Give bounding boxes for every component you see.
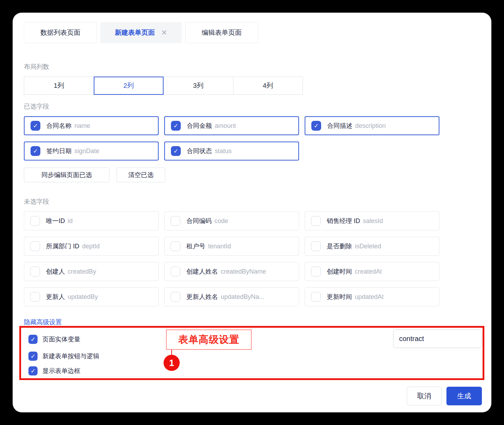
checkbox-checked-icon[interactable]: ✓ — [28, 335, 38, 344]
annotation-callout-label: 表单高级设置 — [166, 329, 252, 350]
unselected-field-createdBy[interactable]: 创建人 createdBy — [24, 262, 159, 281]
advanced-option-new-form-button-logic[interactable]: ✓ 新建表单按钮与逻辑 — [28, 352, 483, 361]
tab-edit-form-page[interactable]: 编辑表单页面 — [185, 22, 258, 43]
tab-new-form-page[interactable]: 新建表单页面 ✕ — [100, 22, 182, 43]
field-code: amount — [215, 122, 236, 130]
unselected-field-tenantId[interactable]: 租户号 tenantId — [164, 237, 299, 256]
cancel-button[interactable]: 取消 — [407, 387, 442, 405]
field-code: salesId — [363, 217, 383, 225]
layout-option-3col[interactable]: 3列 — [163, 77, 233, 95]
selected-actions: 同步编辑页面已选 清空已选 — [24, 168, 480, 182]
selected-fields-grid: ✓ 合同名称 name ✓ 合同金额 amount ✓ 合同描述 descrip… — [24, 116, 480, 161]
form-generator-dialog: 数据列表页面 新建表单页面 ✕ 编辑表单页面 布局列数 1列 2列 3列 4列 … — [13, 13, 491, 412]
field-label: 创建时间 — [327, 267, 352, 276]
checkbox-unchecked-icon[interactable] — [30, 216, 40, 226]
field-code: id — [68, 217, 73, 225]
checkbox-checked-icon[interactable]: ✓ — [28, 352, 38, 361]
field-code: updatedAt — [355, 293, 384, 301]
checkbox-unchecked-icon[interactable] — [311, 216, 321, 226]
field-label: 更新人姓名 — [186, 293, 218, 301]
sync-edit-page-button[interactable]: 同步编辑页面已选 — [24, 168, 110, 182]
generate-button[interactable]: 生成 — [446, 387, 482, 405]
checkbox-unchecked-icon[interactable] — [171, 241, 180, 251]
check-icon: ✓ — [33, 148, 38, 154]
unselected-field-isDeleted[interactable]: 是否删除 isDeleted — [305, 237, 439, 256]
tab-label: 新建表单页面 — [115, 28, 155, 37]
selected-field-status[interactable]: ✓ 合同状态 status — [164, 142, 299, 161]
unselected-field-updatedByName[interactable]: 更新人姓名 updatedByNa... — [164, 287, 299, 306]
checkbox-unchecked-icon[interactable] — [171, 292, 180, 302]
unselected-fields-grid: 唯一ID id 合同编码 code 销售经理 ID salesId 所属部门 I… — [24, 211, 480, 306]
check-icon: ✓ — [31, 336, 35, 342]
annotation-step-badge: 1 — [164, 355, 180, 371]
field-label: 创建人 — [46, 267, 65, 276]
field-label: 创建人姓名 — [186, 267, 218, 276]
checkbox-unchecked-icon[interactable] — [171, 267, 180, 276]
tab-data-list-page[interactable]: 数据列表页面 — [24, 22, 97, 43]
entity-variable-input[interactable] — [393, 329, 482, 348]
unselected-field-updatedAt[interactable]: 更新时间 updatedAt — [305, 287, 439, 306]
field-label: 是否删除 — [327, 242, 352, 250]
checkbox-checked-icon[interactable]: ✓ — [31, 121, 40, 131]
field-code: updatedByNa... — [221, 293, 264, 301]
selected-field-signDate[interactable]: ✓ 签约日期 signDate — [24, 142, 159, 161]
checkbox-checked-icon[interactable]: ✓ — [28, 366, 38, 375]
checkbox-unchecked-icon[interactable] — [311, 241, 321, 251]
unselected-field-createdAt[interactable]: 创建时间 createdAt — [305, 262, 439, 281]
field-label: 合同名称 — [46, 122, 72, 130]
advanced-option-show-form-border[interactable]: ✓ 显示表单边框 — [28, 366, 483, 375]
check-icon: ✓ — [173, 123, 178, 129]
field-code: description — [355, 122, 386, 130]
layout-option-2col[interactable]: 2列 — [94, 77, 164, 95]
checkbox-unchecked-icon[interactable] — [311, 267, 321, 276]
field-code: updatedBy — [68, 293, 98, 301]
field-label: 合同编码 — [186, 217, 212, 225]
tab-bar: 数据列表页面 新建表单页面 ✕ 编辑表单页面 — [24, 22, 480, 43]
check-icon: ✓ — [31, 368, 35, 374]
option-label: 显示表单边框 — [42, 367, 80, 375]
field-label: 签约日期 — [46, 147, 72, 155]
field-code: status — [215, 148, 232, 155]
unselected-field-salesId[interactable]: 销售经理 ID salesId — [305, 211, 439, 230]
checkbox-unchecked-icon[interactable] — [311, 292, 321, 302]
checkbox-checked-icon[interactable]: ✓ — [171, 146, 181, 156]
checkbox-checked-icon[interactable]: ✓ — [171, 121, 181, 131]
unselected-field-code[interactable]: 合同编码 code — [164, 211, 299, 230]
advanced-settings-section-red-annotation-frame: ✓ 页面实体变量 ✓ 新建表单按钮与逻辑 ✓ 显示表单边框 表单高级设置 1 — [19, 326, 484, 380]
field-label: 销售经理 ID — [327, 217, 360, 225]
clear-selected-button[interactable]: 清空已选 — [117, 168, 165, 182]
layout-option-1col[interactable]: 1列 — [24, 77, 94, 95]
option-label: 新建表单按钮与逻辑 — [42, 352, 99, 360]
field-code: createdBy — [68, 268, 96, 275]
unselected-field-id[interactable]: 唯一ID id — [24, 211, 159, 230]
checkbox-checked-icon[interactable]: ✓ — [31, 146, 40, 156]
checkbox-unchecked-icon[interactable] — [30, 292, 40, 302]
option-label: 页面实体变量 — [42, 335, 80, 344]
field-label: 唯一ID — [46, 217, 65, 225]
selected-fields-label: 已选字段 — [24, 102, 480, 111]
field-code: tenantId — [208, 243, 231, 250]
check-icon: ✓ — [33, 123, 38, 129]
field-label: 合同描述 — [327, 122, 352, 130]
field-label: 更新时间 — [327, 293, 352, 301]
field-code: createdByName — [221, 268, 266, 275]
checkbox-unchecked-icon[interactable] — [30, 267, 40, 276]
layout-columns-label: 布局列数 — [24, 63, 480, 71]
field-code: signDate — [74, 148, 99, 155]
layout-option-4col[interactable]: 4列 — [233, 77, 303, 95]
field-code: name — [74, 122, 90, 130]
field-code: deptId — [82, 243, 100, 250]
close-icon[interactable]: ✕ — [161, 28, 167, 37]
unselected-field-deptId[interactable]: 所属部门 ID deptId — [24, 237, 159, 256]
unselected-field-updatedBy[interactable]: 更新人 updatedBy — [24, 287, 159, 306]
unselected-field-createdByName[interactable]: 创建人姓名 createdByName — [164, 262, 299, 281]
checkbox-unchecked-icon[interactable] — [30, 241, 40, 251]
checkbox-unchecked-icon[interactable] — [171, 216, 180, 226]
selected-field-name[interactable]: ✓ 合同名称 name — [24, 116, 159, 135]
selected-field-amount[interactable]: ✓ 合同金额 amount — [164, 116, 299, 135]
checkbox-checked-icon[interactable]: ✓ — [311, 121, 321, 131]
field-label: 所属部门 ID — [46, 242, 79, 250]
hide-advanced-settings-link[interactable]: 隐藏高级设置 — [24, 318, 62, 326]
field-label: 合同金额 — [187, 122, 212, 130]
selected-field-description[interactable]: ✓ 合同描述 description — [305, 116, 439, 135]
